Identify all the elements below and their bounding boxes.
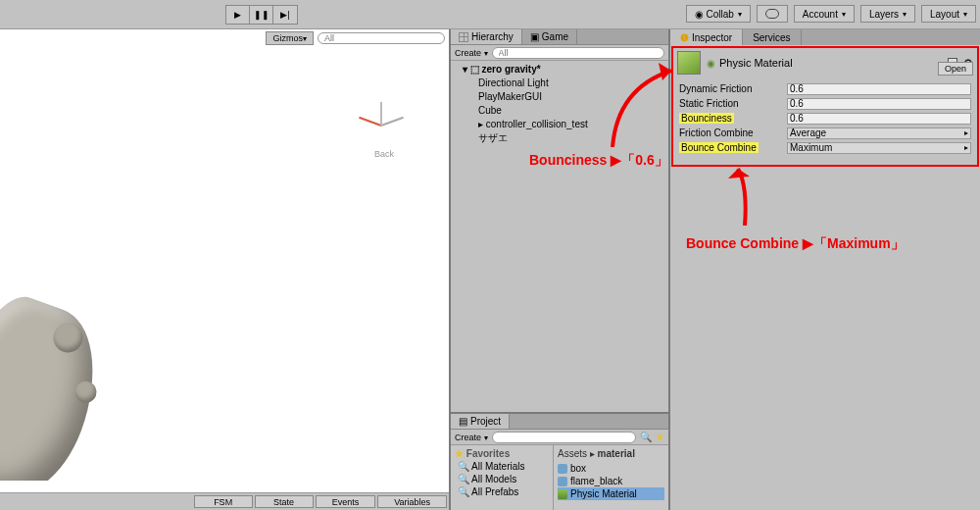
prefab-icon <box>558 464 567 474</box>
tab-services[interactable]: Services <box>743 29 801 45</box>
account-button[interactable]: Account▾ <box>794 5 855 23</box>
prop-label-dynamic-friction: Dynamic Friction <box>679 83 787 94</box>
prop-label-friction-combine: Friction Combine <box>679 128 787 138</box>
playmaker-status-bar: FSM State Events Variables <box>0 492 449 510</box>
bounce-combine-dropdown[interactable]: Maximum▸ <box>787 142 971 154</box>
tab-game[interactable]: ▣Game <box>522 29 577 44</box>
inspector-title: Physic Material <box>719 57 942 69</box>
project-icon: ▤ <box>459 416 467 427</box>
annotation-text-1: Bounciness ▶「0.6」 <box>529 152 668 170</box>
layout-button[interactable]: Layout▾ <box>921 5 976 23</box>
layers-button[interactable]: Layers▾ <box>860 5 915 23</box>
gizmo-label: Back <box>374 149 394 159</box>
status-state[interactable]: State <box>255 495 314 508</box>
star-icon: ★ <box>455 448 464 459</box>
project-search-input[interactable] <box>492 432 636 443</box>
status-variables[interactable]: Variables <box>377 495 447 508</box>
asset-item-selected[interactable]: Physic Material <box>558 487 664 500</box>
hierarchy-create[interactable]: Create ▾ <box>455 48 488 58</box>
play-button[interactable]: ▶ <box>226 6 250 24</box>
top-toolbar: ▶ ❚❚ ▶| ◉ Collab▾ Account▾ Layers▾ Layou… <box>0 0 980 29</box>
material-type-icon: ◉ <box>707 58 715 69</box>
scene-viewport[interactable]: Back <box>0 47 449 481</box>
physic-material-icon <box>558 489 567 499</box>
annotation-arrow-1 <box>608 59 686 149</box>
scene-search-input[interactable] <box>318 32 445 44</box>
favorite-filter-icon[interactable]: ★ <box>656 432 664 442</box>
status-events[interactable]: Events <box>316 495 376 508</box>
status-fsm[interactable]: FSM <box>194 495 253 508</box>
gizmos-dropdown[interactable]: Gizmos ▾ <box>266 31 314 45</box>
tab-hierarchy[interactable]: Hierarchy <box>451 29 522 44</box>
prop-label-bounce-combine: Bounce Combine <box>679 142 759 153</box>
favorite-item[interactable]: 🔍 All Materials <box>455 460 549 473</box>
prop-label-bounciness: Bounciness <box>679 113 734 124</box>
bounciness-input[interactable] <box>787 113 971 125</box>
prefab-icon <box>558 477 567 486</box>
asset-item[interactable]: box <box>558 462 664 475</box>
favorite-item[interactable]: 🔍 All Prefabs <box>455 485 549 498</box>
orientation-gizmo[interactable]: Back <box>341 86 419 165</box>
dynamic-friction-input[interactable] <box>787 83 971 95</box>
play-controls: ▶ ❚❚ ▶| <box>225 5 298 25</box>
collab-icon: ◉ <box>695 9 704 20</box>
game-icon: ▣ <box>530 31 539 42</box>
search-filter-icon[interactable]: 🔍 <box>640 432 652 442</box>
cloud-icon <box>765 9 779 19</box>
annotation-arrow-2 <box>720 157 769 228</box>
project-breadcrumb[interactable]: Assets ▸ material <box>558 447 664 462</box>
open-button[interactable]: Open <box>938 62 973 76</box>
inspector-icon: ❶ <box>680 32 689 43</box>
collab-button[interactable]: ◉ Collab▾ <box>686 5 751 23</box>
annotation-text-2: Bounce Combine ▶「Maximum」 <box>686 235 905 253</box>
annotation-highlight-box: ◉ Physic Material ⚙ Open Dynamic Frictio… <box>671 46 979 167</box>
hierarchy-icon <box>459 32 468 42</box>
step-button[interactable]: ▶| <box>273 6 297 24</box>
tab-project[interactable]: ▤Project <box>451 414 510 429</box>
project-favorites: ★ Favorites 🔍 All Materials 🔍 All Models… <box>451 445 554 510</box>
scene-object-shell <box>0 286 118 481</box>
prop-label-static-friction: Static Friction <box>679 98 787 109</box>
scene-panel: Gizmos ▾ Back FSM State Events Variables <box>0 29 451 510</box>
cloud-button[interactable] <box>757 5 788 23</box>
friction-combine-dropdown[interactable]: Average▸ <box>787 128 971 139</box>
hierarchy-search-input[interactable] <box>492 47 664 59</box>
pause-button[interactable]: ❚❚ <box>250 6 273 24</box>
static-friction-input[interactable] <box>787 98 971 110</box>
asset-item[interactable]: flame_black <box>558 475 664 487</box>
project-create[interactable]: Create ▾ <box>455 433 488 442</box>
tab-inspector[interactable]: ❶Inspector <box>670 29 743 45</box>
favorite-item[interactable]: 🔍 All Models <box>455 473 549 485</box>
